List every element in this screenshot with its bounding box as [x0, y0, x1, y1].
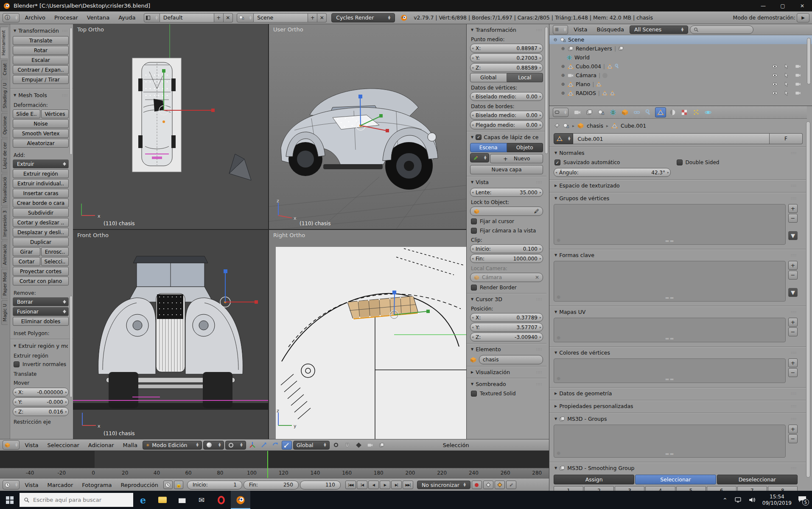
panel-grip-icon[interactable]: ∷∷	[62, 93, 68, 98]
section-transformacion[interactable]: ▼ Transformación ∷∷	[13, 25, 69, 36]
menu-malla[interactable]: Malla	[119, 441, 141, 450]
tool-button[interactable]: Selecci..	[41, 257, 69, 266]
cursor-x-field[interactable]: X:0.37789	[470, 313, 543, 322]
double-sided-checkbox[interactable]: Double Sided	[676, 158, 798, 167]
viewport-front-ortho[interactable]: Front Ortho (110) chasis x	[73, 230, 268, 439]
clear-icon[interactable]: ✕	[535, 274, 539, 280]
tab-particles[interactable]	[691, 107, 702, 117]
tool-shelf-tab[interactable]: Visualizació	[1, 173, 8, 206]
section-transform[interactable]: ▼Transformación∷∷	[470, 24, 543, 35]
section-uv-maps[interactable]: ▼Mapas UV∷∷	[554, 306, 798, 317]
section-ms3d-smoothing-group[interactable]: ▼MS3D - Smoothing Group∷∷	[554, 462, 798, 473]
properties-scrollbar[interactable]	[806, 121, 810, 478]
screen-layout-widget[interactable]: ▲▼ Default + ✕	[144, 13, 232, 22]
textured-solid-checkbox[interactable]: Textured Solid	[470, 389, 543, 398]
tool-button[interactable]: Aleatorizar	[13, 139, 69, 148]
current-frame-field[interactable]: 110	[300, 481, 341, 489]
editor-type-selector[interactable]: ▲▼	[3, 480, 20, 489]
panel-grip-icon[interactable]: ∷∷	[537, 180, 542, 185]
panel-grip-icon[interactable]: ∷∷	[791, 196, 797, 201]
editor-type-selector[interactable]: ☰▲▼	[553, 25, 568, 34]
tool-button[interactable]: Subdividir	[13, 208, 69, 217]
tool-button[interactable]: Vértices	[41, 109, 69, 118]
preview-range-button[interactable]	[163, 481, 173, 489]
cursor-y-field[interactable]: Y:3.57707	[470, 323, 543, 332]
tool-button[interactable]: Cortar	[13, 257, 40, 266]
section-custom-properties[interactable]: ▶Propiedades personalizadas∷∷	[554, 400, 798, 411]
ms3d-remove-button[interactable]: −	[788, 434, 798, 443]
tool-shelf-tab[interactable]: Creat	[1, 60, 8, 78]
tool-shelf-tab[interactable]: Impresión 3	[1, 207, 8, 240]
tool-button[interactable]: Empujar / Tirar	[13, 75, 69, 84]
new-layer-button[interactable]: Nueva capa	[470, 165, 543, 174]
clip-start-field[interactable]: Inicio:0.100	[470, 244, 543, 253]
deseleccionar-button[interactable]: Deseleccionar	[717, 475, 798, 484]
timeline-menu-reproduccion[interactable]: Reproducción	[117, 481, 162, 489]
clip-end-field[interactable]: Fin:1000.000	[470, 254, 543, 263]
section-vertex-groups[interactable]: ▼Grupos de vértices∷∷	[554, 193, 798, 203]
eyedropper-icon[interactable]: 🖉	[534, 208, 539, 214]
manipulator-axis-button[interactable]	[247, 441, 258, 450]
visibility-eye-icon[interactable]	[772, 64, 778, 69]
local-camera-field[interactable]: Cámara✕	[470, 273, 543, 282]
selectable-cursor-icon[interactable]	[784, 81, 789, 87]
notification-button[interactable]: 5	[798, 496, 806, 503]
visibility-eye-icon[interactable]	[772, 81, 778, 87]
median-z-field[interactable]: Z:0.88589	[470, 63, 543, 72]
panel-grip-icon[interactable]: ∷∷	[791, 417, 797, 421]
selectable-cursor-icon[interactable]	[784, 73, 789, 78]
tool-button[interactable]: Slide E..	[13, 109, 40, 118]
shapekey-specials-button[interactable]: ▼	[788, 288, 798, 297]
minimize-button[interactable]: —	[753, 0, 773, 11]
menu-ayuda[interactable]: Ayuda	[115, 13, 139, 22]
renderable-camera-icon[interactable]	[795, 73, 801, 78]
tool-button[interactable]: Rotar	[13, 46, 69, 55]
section-geometry-data[interactable]: ▶Datos de geometría∷∷	[554, 388, 798, 398]
tool-button[interactable]: Eliminar dobles	[13, 317, 69, 326]
add-vgroup-button[interactable]: +	[788, 204, 798, 213]
selectable-cursor-icon[interactable]	[784, 90, 789, 96]
tool-shelf-tab[interactable]: Herramient	[0, 27, 8, 59]
panel-grip-icon[interactable]: ∷∷	[537, 297, 542, 302]
frame-end-field[interactable]: Fin:250	[244, 481, 299, 489]
visibility-eye-icon[interactable]	[772, 73, 778, 78]
smoothing-group-number-button[interactable]: 3	[615, 486, 644, 491]
remove-uvmap-button[interactable]: −	[788, 327, 798, 336]
breadcrumb-object[interactable]: chasis	[587, 123, 603, 129]
outliner-search-field[interactable]	[690, 25, 753, 34]
move-y-field[interactable]: Y:-0.000	[13, 397, 69, 406]
close-button[interactable]: ✕	[792, 0, 812, 11]
tab-texture[interactable]	[679, 107, 690, 117]
start-button[interactable]	[0, 491, 20, 509]
outliner-menu-vista[interactable]: Vista	[570, 25, 591, 34]
scene-name[interactable]: Scene	[254, 13, 308, 22]
visibility-eye-icon[interactable]	[772, 90, 778, 96]
snap-element-button[interactable]	[354, 441, 364, 450]
tool-button[interactable]: Girar	[13, 247, 40, 256]
selectable-cursor-icon[interactable]	[784, 64, 789, 69]
tool-shelf-tab[interactable]: Opcione	[1, 113, 8, 138]
datablock-name-field[interactable]: Cube.001	[573, 133, 770, 144]
section-texture-space[interactable]: ▶Espacio de texturizado∷∷	[554, 180, 798, 190]
remove-vgroup-button[interactable]: −	[788, 214, 798, 223]
invert-normals-checkbox[interactable]: Invertir normales	[13, 360, 69, 369]
seleccionar-button[interactable]: Seleccionar	[635, 475, 716, 484]
panel-grip-icon[interactable]: ∷∷	[537, 382, 542, 386]
lock-object-field[interactable]: 🖉	[470, 207, 543, 216]
timeline-track-area[interactable]	[0, 451, 549, 468]
scene-delete-button[interactable]: ✕	[317, 13, 327, 22]
section-grease-pencil[interactable]: ▼✓Capas de lápiz de ce	[470, 131, 543, 142]
datablock-icon[interactable]: ▲▼	[554, 133, 573, 144]
viewport-right-ortho[interactable]: Right Ortho (110) chasis z y	[269, 230, 466, 439]
layout-name[interactable]: Default	[160, 13, 214, 22]
tool-button[interactable]: Enrosc..	[41, 247, 69, 256]
section-vertex-colors[interactable]: ▼Colores de vértices∷∷	[554, 347, 798, 358]
demo-play-button[interactable]: ▶	[797, 13, 809, 22]
n-panel-scrollbar[interactable]	[545, 27, 548, 154]
scene-widget[interactable]: ▲▼ Scene + ✕	[237, 13, 327, 22]
section-shading[interactable]: ▼Sombreado∷∷	[470, 378, 543, 389]
menu-adicionar[interactable]: Adicionar	[84, 441, 118, 450]
escena-button[interactable]: Escena	[470, 143, 507, 152]
taskbar-opera[interactable]	[211, 491, 231, 509]
insert-key-button[interactable]	[495, 481, 505, 489]
